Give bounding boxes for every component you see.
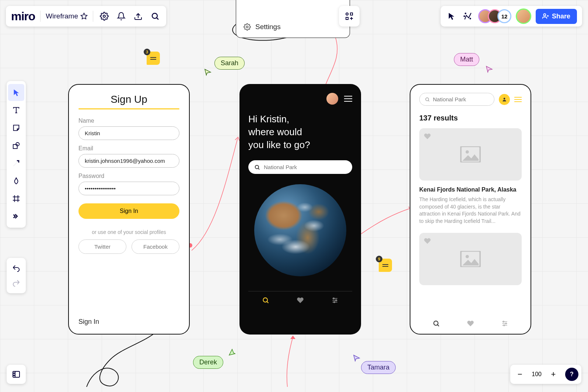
svg-point-2 <box>103 15 105 17</box>
svg-point-41 <box>466 255 469 258</box>
cursor-label-derek: Derek <box>193 356 223 369</box>
comment-pin[interactable]: 3 <box>147 52 160 65</box>
signin-submit-button[interactable]: Sign In <box>78 203 179 219</box>
svg-point-49 <box>503 325 504 326</box>
svg-point-56 <box>14 373 14 374</box>
star-icon[interactable] <box>80 13 88 20</box>
undo-button[interactable] <box>8 261 24 276</box>
svg-point-14 <box>543 14 546 16</box>
svg-marker-53 <box>354 355 360 361</box>
comment-pin[interactable]: 9 <box>379 259 392 272</box>
zoom-out-button[interactable]: − <box>513 368 526 381</box>
result-title[interactable]: Kenai Fjords National Park, Alaska <box>419 186 522 193</box>
share-icon <box>542 13 549 20</box>
nav-heart-icon[interactable] <box>297 297 304 304</box>
bottom-nav <box>248 297 352 304</box>
email-input[interactable] <box>78 154 179 168</box>
facebook-button[interactable]: Facebook <box>132 239 179 254</box>
name-input[interactable] <box>78 126 179 140</box>
search-input[interactable]: National Park <box>419 93 494 106</box>
menu-icon[interactable] <box>344 96 352 102</box>
undo-rail <box>7 258 26 293</box>
svg-point-39 <box>466 150 469 154</box>
text-tool[interactable] <box>8 102 24 119</box>
menu-icon[interactable] <box>514 97 522 102</box>
settings-dropdown[interactable]: Settings <box>236 0 350 38</box>
svg-line-36 <box>428 100 429 101</box>
settings-button[interactable] <box>98 10 110 22</box>
mockup-home[interactable]: Hi Kristin, where would you like to go? <box>239 84 361 335</box>
notifications-button[interactable] <box>115 10 127 22</box>
nav-filter-icon[interactable] <box>501 320 508 327</box>
select-tool[interactable] <box>8 84 24 101</box>
frames-panel-button[interactable] <box>7 365 26 384</box>
frame-tool[interactable] <box>8 190 24 207</box>
nav-search-icon[interactable] <box>262 297 269 304</box>
svg-point-33 <box>336 300 337 301</box>
svg-line-5 <box>157 18 158 20</box>
export-button[interactable] <box>132 10 144 22</box>
share-button[interactable]: Share <box>536 9 577 24</box>
svg-marker-50 <box>205 69 211 75</box>
help-button[interactable]: ? <box>565 368 578 381</box>
divider <box>40 11 41 22</box>
zoom-value[interactable]: 100 <box>532 371 542 378</box>
reactions-button[interactable] <box>462 10 474 22</box>
search-input[interactable] <box>248 160 352 174</box>
mockup-results[interactable]: National Park 137 results Kenai Fjords N… <box>410 84 531 335</box>
cursor-icon <box>228 349 236 356</box>
pen-tool[interactable] <box>8 172 24 189</box>
redo-button[interactable] <box>8 276 24 290</box>
miro-logo[interactable]: miro <box>11 10 35 23</box>
svg-point-35 <box>426 98 428 101</box>
zoom-in-button[interactable]: + <box>547 368 560 381</box>
settings-label[interactable]: Settings <box>255 23 281 31</box>
arrow-tool[interactable] <box>8 155 24 172</box>
greeting-text: Hi Kristin, where would you like to go? <box>248 113 352 151</box>
search-icon <box>254 164 260 170</box>
heart-icon[interactable] <box>424 133 431 140</box>
result-card-image[interactable] <box>419 128 522 181</box>
email-label: Email <box>78 145 179 152</box>
svg-marker-52 <box>229 349 235 355</box>
apps-button[interactable] <box>339 6 360 27</box>
cursor-label-matt: Matt <box>454 53 479 66</box>
password-input[interactable] <box>78 182 179 195</box>
nav-search-icon[interactable] <box>433 320 440 327</box>
signin-link[interactable]: Sign In <box>78 318 99 326</box>
topbar-left: miro Wireframe <box>6 6 166 27</box>
nav-heart-icon[interactable] <box>467 320 474 327</box>
or-text: or use one of your social profiles <box>78 229 179 235</box>
heart-icon[interactable] <box>424 237 431 245</box>
cursor-mode-button[interactable] <box>446 10 458 22</box>
search-field[interactable] <box>264 164 346 170</box>
current-user-avatar[interactable] <box>516 8 531 24</box>
comment-icon <box>150 57 156 60</box>
signup-title: Sign Up <box>78 94 179 105</box>
divider <box>93 11 93 22</box>
user-icon[interactable] <box>499 94 510 105</box>
board-name[interactable]: Wireframe <box>46 12 88 20</box>
search-icon <box>425 97 430 102</box>
avatar[interactable] <box>326 93 338 105</box>
mockup-signup[interactable]: Sign Up Name Email Password Sign In or u… <box>68 84 190 335</box>
sticky-note-tool[interactable] <box>8 119 24 136</box>
result-card-image[interactable] <box>419 233 522 285</box>
svg-line-28 <box>267 302 268 303</box>
nav-filter-icon[interactable] <box>331 297 339 304</box>
cursor-icon <box>486 66 493 73</box>
svg-marker-7 <box>350 13 353 15</box>
password-label: Password <box>78 173 179 179</box>
search-button[interactable] <box>149 10 161 22</box>
svg-point-12 <box>470 18 470 19</box>
more-tools[interactable] <box>8 208 24 225</box>
twitter-button[interactable]: Twitter <box>78 239 126 254</box>
topbar-right: 12 Share <box>441 6 582 27</box>
svg-marker-8 <box>346 17 348 20</box>
collaborator-avatars[interactable]: 12 <box>478 9 511 23</box>
shape-tool[interactable] <box>8 137 24 154</box>
collaborator-count[interactable]: 12 <box>497 9 511 23</box>
svg-point-4 <box>152 13 157 18</box>
svg-point-6 <box>346 13 348 15</box>
cursor-label-tamara: Tamara <box>361 361 396 374</box>
